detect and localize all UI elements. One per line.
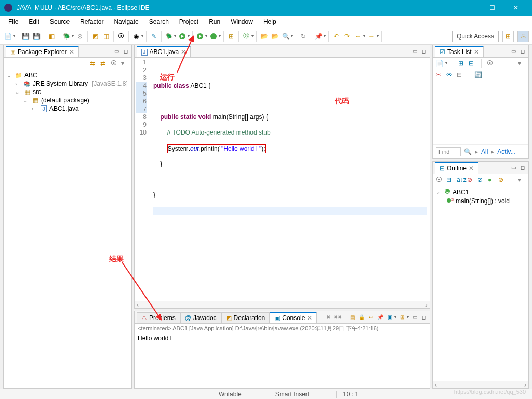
dropdown-icon[interactable]: ▾: [72, 34, 74, 38]
coverage-icon[interactable]: [209, 32, 218, 41]
all-link[interactable]: All: [481, 148, 488, 155]
quick-access[interactable]: Quick Access: [452, 31, 499, 42]
wand-icon[interactable]: ✎: [149, 32, 158, 41]
menu-search[interactable]: Search: [144, 17, 174, 26]
outline-class[interactable]: ⌄ C ABC1: [436, 188, 525, 196]
forward-icon[interactable]: ↷: [342, 32, 352, 41]
menu-refactor[interactable]: Refactor: [75, 17, 109, 26]
maximize-icon[interactable]: ◻: [519, 164, 526, 171]
dropdown-icon[interactable]: ▾: [363, 34, 365, 38]
tab-console[interactable]: ▣Console✕: [270, 312, 317, 323]
minimize-button[interactable]: ─: [456, 0, 480, 16]
tree-icon[interactable]: ⊟: [469, 60, 476, 67]
sort-icon[interactable]: ⊟: [446, 176, 454, 183]
pin-console-icon[interactable]: 📌: [377, 314, 384, 321]
chevron-right-icon[interactable]: ›: [15, 81, 21, 87]
chevron-down-icon[interactable]: ⌄: [23, 98, 30, 103]
chevron-right-icon[interactable]: ›: [32, 106, 38, 112]
maximize-icon[interactable]: ◻: [122, 48, 129, 55]
menu-edit[interactable]: Edit: [23, 17, 45, 26]
dropdown-icon[interactable]: ▾: [251, 34, 254, 38]
dropdown-icon[interactable]: ▾: [291, 34, 293, 38]
menu-icon[interactable]: ▾: [518, 176, 525, 183]
tree-jre[interactable]: › JRE System Library [JavaSE-1.8]: [7, 79, 128, 88]
new-icon[interactable]: 📄: [3, 32, 12, 41]
save-icon[interactable]: 💾: [21, 32, 30, 41]
close-tab-icon[interactable]: ✕: [69, 48, 74, 56]
tab-declaration[interactable]: ◩Declaration: [221, 312, 270, 323]
java-perspective-icon[interactable]: ♨: [517, 31, 529, 42]
open-task-icon[interactable]: ◉: [131, 32, 141, 41]
tree-src[interactable]: ⌄ src: [7, 88, 128, 96]
remove-launch-icon[interactable]: ✖: [325, 314, 332, 321]
run-last-icon[interactable]: [195, 32, 205, 41]
menu-navigate[interactable]: Navigate: [109, 17, 143, 26]
tree-package[interactable]: ⌄ (default package): [7, 96, 128, 104]
menu-icon[interactable]: ▾: [121, 60, 128, 67]
debug-icon[interactable]: 🪲: [62, 32, 71, 41]
run-button[interactable]: [178, 32, 187, 41]
new-class-icon[interactable]: Ⓖ: [242, 32, 251, 41]
hide-fields-icon[interactable]: ⊘: [467, 176, 474, 183]
minimize-icon[interactable]: ▭: [411, 48, 418, 55]
chevron-down-icon[interactable]: ⌄: [436, 189, 442, 195]
editor-body[interactable]: 123 4 5 6 7 8910 public class ABC1 { pub…: [135, 58, 430, 301]
display-console-icon[interactable]: ▣: [386, 314, 393, 321]
maximize-icon[interactable]: ◻: [420, 48, 428, 55]
tree-project[interactable]: ⌄ ABC: [7, 71, 128, 79]
search-icon[interactable]: 🔍: [281, 32, 290, 41]
new-project-icon[interactable]: ⊞: [227, 32, 236, 41]
perspective-open-icon[interactable]: ⊞: [502, 31, 514, 42]
hide-static-icon[interactable]: ⊘: [477, 176, 485, 183]
minimize-icon[interactable]: ▭: [113, 48, 120, 55]
outline-tab[interactable]: ⊟Outline✕: [435, 162, 478, 174]
new-task-icon[interactable]: 📄: [436, 60, 443, 67]
wordwrap-icon[interactable]: ↩: [367, 314, 375, 321]
dropdown-icon[interactable]: ▾: [13, 34, 15, 38]
hide-icon[interactable]: 👁: [446, 71, 454, 78]
chevron-down-icon[interactable]: ⌄: [7, 73, 13, 78]
toggle-icon[interactable]: ⦿: [116, 32, 126, 41]
editor-tab[interactable]: ABC1.java ✕: [137, 46, 191, 57]
dropdown-icon[interactable]: ▾: [377, 34, 379, 38]
hide-nonpublic-icon[interactable]: ●: [488, 176, 495, 183]
dropdown-icon[interactable]: ▾: [174, 34, 176, 38]
open-console-icon[interactable]: ⊞: [398, 314, 406, 321]
find-input[interactable]: [436, 147, 461, 156]
tab-problems[interactable]: ⚠Problems: [137, 312, 180, 323]
minimize-icon[interactable]: ▭: [510, 164, 517, 171]
minimize-icon[interactable]: ▭: [510, 48, 517, 55]
task-list-tab[interactable]: ☑Task List✕: [435, 46, 484, 57]
menu-help[interactable]: Help: [258, 17, 282, 26]
new-package-icon[interactable]: ◫: [101, 32, 111, 41]
filter-icon[interactable]: ✂: [436, 71, 443, 78]
package-explorer-tab[interactable]: ⊞ Package Explorer ✕: [6, 46, 79, 57]
link-icon[interactable]: ⇄: [100, 60, 108, 67]
remove-all-icon[interactable]: ✖✖: [334, 314, 341, 321]
menu-source[interactable]: Source: [45, 17, 75, 26]
folder2-icon[interactable]: 📂: [270, 32, 280, 41]
dropdown-icon[interactable]: ▾: [324, 34, 326, 38]
menu-run[interactable]: Run: [204, 17, 225, 26]
folder-icon[interactable]: 📂: [259, 32, 269, 41]
collapse-icon[interactable]: ⇆: [90, 60, 97, 67]
nav-back-icon[interactable]: ←: [353, 32, 363, 41]
maximize-icon[interactable]: ◻: [519, 48, 526, 55]
categorize-icon[interactable]: ⊞: [458, 60, 466, 67]
saveall-icon[interactable]: 💾: [32, 32, 41, 41]
outline-method[interactable]: s main(String[]) : void: [436, 196, 525, 205]
skip-breakpoints-icon[interactable]: ⊘: [75, 32, 85, 41]
hide-local-icon[interactable]: ⊘: [498, 176, 506, 183]
maximize-icon[interactable]: ◻: [420, 314, 428, 321]
dropdown-icon[interactable]: ▾: [205, 34, 207, 38]
editor-scrollbar[interactable]: ‹›: [135, 301, 430, 308]
focus-icon[interactable]: ⦿: [436, 176, 443, 183]
menu-file[interactable]: File: [3, 17, 23, 26]
menu-window[interactable]: Window: [225, 17, 258, 26]
dropdown-icon[interactable]: ▾: [188, 34, 190, 38]
nav-fwd-icon[interactable]: →: [367, 32, 376, 41]
outline-scrollbar[interactable]: ‹›: [433, 381, 528, 388]
open-type-icon[interactable]: ◧: [47, 32, 56, 41]
debug-config-icon[interactable]: 🪲: [164, 32, 174, 41]
code-area[interactable]: public class ABC1 { public static void m…: [150, 58, 430, 301]
